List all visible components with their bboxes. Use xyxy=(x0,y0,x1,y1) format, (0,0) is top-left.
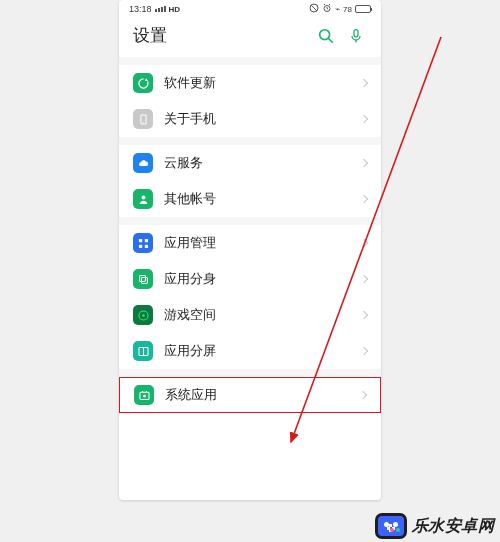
svg-rect-17 xyxy=(144,244,147,247)
bluetooth-icon: ⌁ xyxy=(335,4,340,14)
settings-row[interactable]: 系统应用 xyxy=(119,377,381,413)
row-label: 应用分身 xyxy=(164,271,350,288)
status-time: 13:18 xyxy=(129,4,152,14)
svg-rect-19 xyxy=(141,277,147,283)
row-label: 其他帐号 xyxy=(164,191,350,208)
svg-line-6 xyxy=(329,4,330,5)
settings-row[interactable]: 关于手机 xyxy=(119,101,381,137)
network-hd-label: HD xyxy=(169,5,181,14)
settings-section: 应用管理应用分身游戏空间应用分屏 xyxy=(119,217,381,369)
svg-point-13 xyxy=(141,195,145,199)
cloud-icon xyxy=(133,153,153,173)
phone-frame: 13:18 HD ⌁ 78 设置 软件更新关于手机云服务其他帐号应用管理应用分身… xyxy=(119,0,381,500)
svg-line-8 xyxy=(329,38,333,42)
svg-line-5 xyxy=(324,4,325,5)
signal-icon xyxy=(155,6,166,12)
settings-row[interactable]: 应用分屏 xyxy=(119,333,381,369)
settings-row[interactable]: 应用管理 xyxy=(119,225,381,261)
update-icon xyxy=(133,73,153,93)
settings-row[interactable]: 软件更新 xyxy=(119,65,381,101)
chevron-right-icon xyxy=(360,275,368,283)
chevron-right-icon xyxy=(360,347,368,355)
search-icon xyxy=(317,27,335,45)
svg-rect-14 xyxy=(138,238,141,241)
chevron-right-icon xyxy=(360,79,368,87)
svg-rect-15 xyxy=(144,238,147,241)
watermark-text: 乐水安卓网 xyxy=(412,516,495,537)
account-icon xyxy=(133,189,153,209)
battery-icon xyxy=(355,5,371,13)
svg-rect-18 xyxy=(139,275,145,281)
row-label: 关于手机 xyxy=(164,111,350,128)
chevron-right-icon xyxy=(360,115,368,123)
row-label: 游戏空间 xyxy=(164,307,350,324)
chevron-right-icon xyxy=(360,195,368,203)
apps-grid-icon xyxy=(133,233,153,253)
split-screen-icon xyxy=(133,341,153,361)
chevron-right-icon xyxy=(359,391,367,399)
status-bar: 13:18 HD ⌁ 78 xyxy=(119,0,381,18)
watermark-logo-icon xyxy=(375,513,407,539)
svg-point-27 xyxy=(143,394,146,397)
game-icon xyxy=(133,305,153,325)
battery-pct: 78 xyxy=(343,5,352,14)
chevron-right-icon xyxy=(360,159,368,167)
svg-rect-9 xyxy=(354,29,358,36)
dnd-icon xyxy=(309,3,319,15)
mic-icon xyxy=(348,28,364,44)
alarm-icon xyxy=(322,3,332,15)
settings-section: 系统应用 xyxy=(119,369,381,413)
settings-row[interactable]: 云服务 xyxy=(119,145,381,181)
svg-line-1 xyxy=(311,5,317,11)
settings-section: 软件更新关于手机 xyxy=(119,57,381,137)
watermark: 乐水安卓网 xyxy=(375,513,495,539)
row-label: 系统应用 xyxy=(165,387,349,404)
search-button[interactable] xyxy=(315,25,337,47)
svg-line-4 xyxy=(327,9,328,10)
settings-list: 软件更新关于手机云服务其他帐号应用管理应用分身游戏空间应用分屏系统应用 xyxy=(119,57,381,413)
phone-info-icon xyxy=(133,109,153,129)
settings-header: 设置 xyxy=(119,18,381,57)
settings-row[interactable]: 应用分身 xyxy=(119,261,381,297)
chevron-right-icon xyxy=(360,239,368,247)
chevron-right-icon xyxy=(360,311,368,319)
svg-point-12 xyxy=(142,122,143,123)
settings-section: 云服务其他帐号 xyxy=(119,137,381,217)
settings-row[interactable]: 其他帐号 xyxy=(119,181,381,217)
voice-button[interactable] xyxy=(345,25,367,47)
row-label: 云服务 xyxy=(164,155,350,172)
row-label: 应用分屏 xyxy=(164,343,350,360)
system-app-icon xyxy=(134,385,154,405)
clone-icon xyxy=(133,269,153,289)
svg-point-21 xyxy=(142,314,145,317)
row-label: 应用管理 xyxy=(164,235,350,252)
settings-row[interactable]: 游戏空间 xyxy=(119,297,381,333)
svg-rect-16 xyxy=(138,244,141,247)
page-title: 设置 xyxy=(133,24,307,47)
row-label: 软件更新 xyxy=(164,75,350,92)
svg-point-7 xyxy=(320,29,330,39)
